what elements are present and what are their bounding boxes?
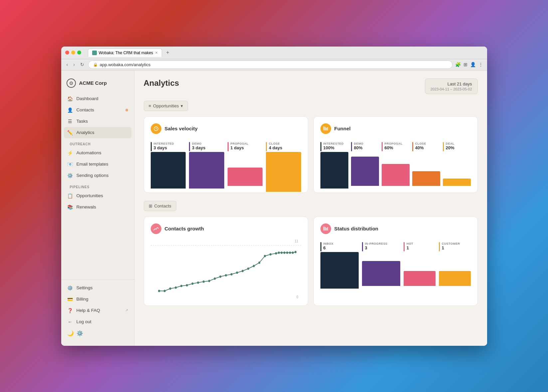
funnel-bar-close: CLOSE 40%	[412, 142, 440, 186]
sidebar-item-opportunities[interactable]: 📋 Opportunities	[64, 190, 131, 201]
tab-close-icon[interactable]: ✕	[155, 51, 158, 55]
bar-label: INTERESTED	[154, 142, 174, 145]
brand-icon: ⊙	[67, 78, 76, 88]
tab-bar: Wobaka: The CRM that makes ✕ +	[88, 49, 172, 57]
svg-point-27	[247, 267, 249, 270]
sidebar-item-contacts[interactable]: 👤 Contacts	[64, 104, 131, 116]
svg-point-22	[219, 275, 221, 278]
svg-point-26	[242, 270, 244, 272]
traffic-lights	[65, 51, 81, 55]
extensions-icon[interactable]: 🧩	[455, 62, 461, 67]
sidebar-item-renewals[interactable]: 📚 Renewals	[64, 201, 131, 213]
sidebar-item-logout[interactable]: ← Log out	[64, 316, 131, 327]
sidebar-item-dashboard[interactable]: 🏠 Dashboard	[64, 93, 131, 104]
sidebar-item-sending-options[interactable]: ⚙️ Sending options	[64, 170, 131, 181]
svg-point-12	[163, 290, 165, 292]
sidebar-item-billing[interactable]: 💳 Billing	[64, 294, 131, 305]
sending-options-icon: ⚙️	[67, 173, 73, 179]
close-button[interactable]	[65, 51, 69, 55]
sales-velocity-icon	[151, 123, 161, 134]
sidebar-item-tasks[interactable]: ☰ Tasks	[64, 116, 131, 127]
funnel-bar-accent-purple	[351, 142, 352, 151]
svg-point-35	[283, 251, 285, 254]
tasks-icon: ☰	[67, 118, 73, 124]
funnel-bar-proposal: PROPOSAL 60%	[382, 142, 410, 186]
bar-rect	[228, 168, 263, 186]
funnel-chart: INTERESTED 100%	[320, 139, 471, 186]
filter-label: Opportunities	[153, 103, 179, 108]
svg-rect-2	[325, 127, 325, 130]
dark-mode-icon[interactable]: 🌙	[67, 330, 74, 336]
menu-icon[interactable]: ⋮	[478, 62, 483, 67]
billing-icon: 💳	[67, 296, 73, 302]
svg-point-23	[225, 274, 227, 276]
svg-point-36	[286, 251, 288, 254]
address-bar[interactable]: 🔒 app.wobaka.com/analytics	[88, 61, 453, 69]
sidebar-item-automations[interactable]: ⚡ Automations	[64, 147, 131, 159]
status-bar-accent-pink	[404, 242, 405, 251]
status-bar-value: 1	[407, 245, 413, 250]
dashboard-icon: 🏠	[67, 96, 73, 102]
refresh-button[interactable]: ↻	[79, 61, 86, 68]
bar-value: 4 days	[269, 145, 282, 150]
browser-tab[interactable]: Wobaka: The CRM that makes ✕	[88, 49, 162, 57]
status-bar-label: IN-PROGRESS	[365, 242, 388, 245]
profile-icon[interactable]: 👤	[470, 62, 476, 67]
svg-point-30	[264, 255, 266, 257]
svg-rect-43	[327, 227, 328, 230]
sidebar-item-settings[interactable]: ⚙️ Settings	[64, 282, 131, 294]
sidebar-item-help[interactable]: ❓ Help & FAQ ↗	[64, 305, 131, 316]
line-chart-svg	[151, 239, 301, 298]
status-bar-inprogress: IN-PROGRESS 3	[362, 242, 400, 286]
analytics-icon: ✏️	[67, 130, 73, 136]
svg-rect-40	[323, 226, 324, 230]
funnel-bar-rect	[443, 179, 471, 186]
url-text: app.wobaka.com/analytics	[100, 62, 150, 67]
svg-point-9	[158, 228, 158, 228]
contacts-filter-button[interactable]: ⊞ Contacts	[144, 201, 176, 211]
funnel-bar-label: CLOSE	[415, 142, 426, 145]
sidebar-toggle-icon[interactable]: ⊞	[463, 62, 467, 67]
funnel-bar-accent-pink	[382, 142, 383, 151]
svg-rect-3	[326, 128, 326, 130]
address-bar-row: ‹ › ↻ 🔒 app.wobaka.com/analytics 🧩 ⊞ 👤 ⋮	[61, 59, 487, 70]
status-bar-rect	[404, 271, 436, 286]
status-bar-rect	[320, 252, 359, 289]
sidebar-item-label: Sending options	[77, 173, 109, 178]
date-range-sub: 2023-04-11 – 2023-05-02	[431, 87, 472, 91]
minimize-button[interactable]	[71, 51, 75, 55]
new-tab-button[interactable]: +	[163, 50, 172, 56]
status-bar-value: 6	[323, 245, 334, 250]
forward-button[interactable]: ›	[72, 61, 76, 68]
funnel-bar-accent-gold	[443, 142, 444, 151]
svg-rect-42	[326, 228, 326, 230]
status-bar-customer: CUSTOMER 1	[439, 242, 471, 286]
bar-demo: DEMO 3 days	[189, 142, 224, 186]
back-button[interactable]: ‹	[65, 61, 70, 68]
bar-value: 1 days	[231, 145, 249, 150]
sidebar-item-analytics[interactable]: ✏️ Analytics	[64, 127, 131, 138]
status-bar-label: INBOX	[323, 242, 334, 245]
browser-titlebar: Wobaka: The CRM that makes ✕ +	[61, 47, 487, 59]
chart-top-label: 11	[294, 239, 298, 243]
sidebar-brand[interactable]: ⊙ ACME Corp	[61, 76, 134, 93]
svg-point-15	[180, 285, 182, 287]
sidebar-item-label: Log out	[77, 319, 91, 324]
svg-point-5	[153, 229, 154, 230]
contacts-growth-chart: 11 0	[151, 239, 301, 299]
lock-icon: 🔒	[93, 63, 98, 67]
svg-point-24	[230, 273, 232, 275]
sidebar-item-label: Settings	[77, 285, 93, 290]
footer-gear-icon[interactable]: ⚙️	[77, 330, 83, 336]
status-bar-rect	[439, 271, 471, 286]
contacts-growth-card: Contacts growth 11 0	[144, 216, 308, 306]
status-bar-hot: HOT 1	[404, 242, 436, 286]
contacts-growth-icon	[151, 223, 161, 234]
svg-point-6	[154, 228, 155, 229]
funnel-bar-interested: INTERESTED 100%	[320, 142, 348, 186]
maximize-button[interactable]	[77, 51, 81, 55]
date-range-button[interactable]: Last 21 days 2023-04-11 – 2023-05-02	[425, 78, 478, 94]
svg-rect-4	[327, 127, 328, 130]
opportunities-filter-button[interactable]: ≡ Opportunities ▾	[144, 101, 188, 111]
sidebar-item-email-templates[interactable]: 📧 Email templates	[64, 159, 131, 170]
